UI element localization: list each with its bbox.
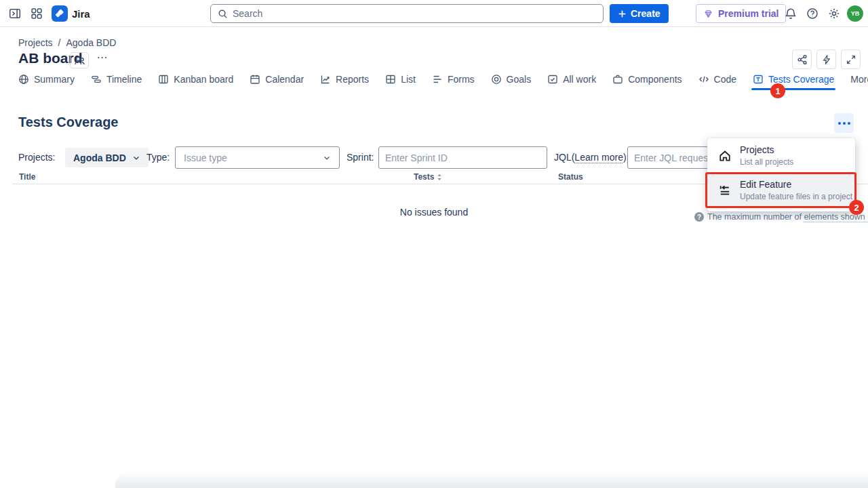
tab-timeline[interactable]: Timeline <box>91 74 142 90</box>
tab-label: Timeline <box>106 74 142 85</box>
chevron-down-icon <box>323 154 331 162</box>
menu-item-projects[interactable]: Projects List all projects <box>707 138 855 173</box>
tests-coverage-icon <box>753 74 764 85</box>
create-button[interactable]: Create <box>610 4 669 23</box>
forms-icon <box>432 74 443 85</box>
top-navigation-bar: Jira Create Premium trial YB <box>0 0 868 27</box>
globe-icon <box>18 74 29 85</box>
column-header-tests[interactable]: Tests <box>414 172 442 182</box>
tab-more-label: More <box>850 74 868 85</box>
jql-learn-more-link[interactable]: Learn more <box>574 152 623 163</box>
create-button-label: Create <box>631 8 660 19</box>
tab-all-work[interactable]: All work <box>547 74 596 90</box>
expand-fullscreen-icon[interactable] <box>841 49 861 69</box>
projects-filter-dropdown[interactable]: Agoda BDD <box>65 148 149 167</box>
diamond-icon <box>703 9 713 19</box>
dot-icon <box>848 122 850 125</box>
notifications-bell-icon[interactable] <box>784 7 797 20</box>
board-tab-bar: Summary Timeline Kanban board Calendar R… <box>18 73 868 90</box>
all-work-icon <box>547 74 558 85</box>
tab-label: Kanban board <box>174 74 233 85</box>
tab-forms[interactable]: Forms <box>432 74 475 90</box>
tab-summary[interactable]: Summary <box>18 74 75 90</box>
global-search[interactable] <box>210 4 604 23</box>
breadcrumb: Projects / Agoda BDD <box>18 37 116 48</box>
premium-trial-button[interactable]: Premium trial <box>696 4 786 23</box>
search-input[interactable] <box>233 8 596 19</box>
sprint-filter-label: Sprint: <box>347 152 374 163</box>
sort-icon <box>437 174 442 181</box>
tab-code[interactable]: Code <box>698 74 736 90</box>
issue-type-placeholder: Issue type <box>184 152 227 163</box>
column-header-tests-label: Tests <box>414 172 434 182</box>
help-icon[interactable] <box>806 7 819 20</box>
app-switcher-icon[interactable] <box>30 7 43 20</box>
tab-label: Code <box>714 74 736 85</box>
board-header-actions <box>792 49 861 69</box>
footnote-text: The maximum number of elements shown is … <box>707 212 868 222</box>
tab-label: Calendar <box>265 74 304 85</box>
tab-more[interactable]: More 5 <box>850 74 868 90</box>
board-members-button[interactable] <box>70 52 89 68</box>
column-header-title: Title <box>19 172 35 182</box>
annotation-step-1-badge: 1 <box>770 83 785 98</box>
projects-filter-value: Agoda BDD <box>73 152 126 163</box>
tab-reports[interactable]: Reports <box>320 74 369 90</box>
jql-label-pre: JQL( <box>554 152 574 163</box>
projects-filter-label: Projects: <box>18 152 55 163</box>
timeline-icon <box>91 74 102 85</box>
type-filter-label: Type: <box>146 152 170 163</box>
home-icon <box>718 149 732 163</box>
components-icon <box>612 74 623 85</box>
sidebar-toggle-icon[interactable] <box>8 7 22 20</box>
tab-components[interactable]: Components <box>612 74 682 90</box>
table-icon <box>385 74 396 85</box>
plus-icon <box>618 9 627 18</box>
tab-list[interactable]: List <box>385 74 416 90</box>
calendar-icon <box>250 74 260 85</box>
column-header-status: Status <box>558 172 583 182</box>
jira-window: Jira Create Premium trial YB <box>0 0 868 488</box>
bottom-overlay-shadow <box>115 472 868 488</box>
help-circle-icon: ? <box>694 212 704 222</box>
app-name: Jira <box>72 8 90 20</box>
tab-label: All work <box>563 74 596 85</box>
tab-label: Goals <box>507 74 532 85</box>
automation-lightning-icon[interactable] <box>816 49 836 69</box>
user-avatar[interactable]: YB <box>847 5 863 22</box>
chevron-down-icon <box>132 154 140 162</box>
breadcrumb-separator: / <box>58 37 61 48</box>
tab-tests-coverage[interactable]: Tests Coverage <box>753 74 834 90</box>
page-actions-menu: Projects List all projects Edit Feature … <box>707 138 855 211</box>
settings-gear-icon[interactable] <box>827 7 841 20</box>
jira-logo[interactable] <box>52 5 68 22</box>
feature-sliders-icon <box>718 184 732 197</box>
dot-icon <box>838 122 841 125</box>
menu-item-subtitle: Update feature files in a project <box>740 191 852 202</box>
tab-kanban-board[interactable]: Kanban board <box>158 74 233 90</box>
share-icon[interactable] <box>792 49 812 69</box>
breadcrumb-projects[interactable]: Projects <box>18 37 53 48</box>
target-icon <box>491 74 502 85</box>
annotation-step-1-number: 1 <box>775 86 780 96</box>
tab-label: List <box>401 74 416 85</box>
tab-calendar[interactable]: Calendar <box>250 74 304 90</box>
page-title: Tests Coverage <box>18 115 118 130</box>
menu-item-edit-feature[interactable]: Edit Feature Update feature files in a p… <box>707 173 855 207</box>
board-more-actions-icon[interactable]: ⋯ <box>95 49 110 65</box>
chart-icon <box>320 74 331 85</box>
page-more-actions-button[interactable] <box>834 113 854 133</box>
annotation-step-2-badge: 2 <box>849 200 864 215</box>
sprint-id-input[interactable] <box>378 146 547 169</box>
code-icon <box>698 74 709 85</box>
menu-item-title: Projects <box>740 144 793 156</box>
breadcrumb-project-name[interactable]: Agoda BDD <box>66 37 116 48</box>
annotation-step-2-number: 2 <box>854 203 859 213</box>
premium-trial-label: Premium trial <box>718 8 778 19</box>
dot-icon <box>843 122 846 125</box>
issue-type-select[interactable]: Issue type <box>175 146 340 169</box>
tab-goals[interactable]: Goals <box>491 74 532 90</box>
footnote-text-pre: The maximum number of <box>707 212 804 222</box>
avatar-initials: YB <box>851 10 860 17</box>
tab-label: Reports <box>336 74 369 85</box>
